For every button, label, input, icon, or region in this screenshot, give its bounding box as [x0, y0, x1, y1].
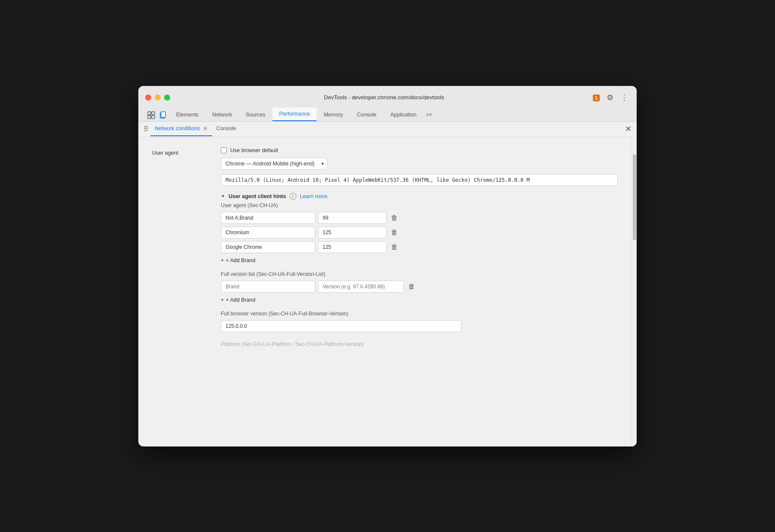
scrollbar-thumb[interactable]	[633, 154, 636, 240]
inspect-icon[interactable]	[145, 109, 157, 121]
info-icon[interactable]: i	[290, 193, 296, 200]
ua-preset-select[interactable]: Chrome — Android Mobile (high-end)	[221, 158, 327, 170]
minimize-button[interactable]	[155, 95, 161, 101]
brand-version-input-2[interactable]	[318, 241, 387, 253]
drawer-tab-console[interactable]: Console	[212, 122, 241, 136]
brand-row-1: 🗑	[221, 226, 618, 238]
svg-rect-2	[148, 116, 151, 119]
user-agent-label: User agent	[152, 147, 221, 156]
maximize-button[interactable]	[164, 95, 170, 101]
full-version-list-label: Full version list (Sec-CH-UA-Full-Versio…	[221, 271, 618, 277]
user-agent-fields: Use browser default Chrome — Android Mob…	[221, 147, 618, 347]
brand-version-input-0[interactable]	[318, 212, 387, 224]
badge-notification[interactable]: 1	[591, 92, 601, 103]
full-version-brand-row: 🗑	[221, 281, 618, 293]
sec-ch-ua-label: User agent (Sec-CH-UA)	[221, 202, 618, 208]
drawer-menu-icon[interactable]: ⠿	[142, 122, 150, 137]
full-browser-version-input[interactable]	[221, 320, 461, 332]
ua-preset-wrapper: Chrome — Android Mobile (high-end) ▾	[221, 158, 327, 170]
brand-row-2: 🗑	[221, 241, 618, 253]
tab-application[interactable]: Application	[383, 108, 423, 121]
svg-rect-5	[161, 112, 165, 117]
tab-performance[interactable]: Performance	[272, 107, 317, 121]
drawer-tabs-bar: ⠿ Network conditions ✕ Console ✕	[138, 122, 637, 137]
more-tabs-button[interactable]: >>	[424, 108, 435, 121]
devtools-window: DevTools - developer.chrome.com/docs/dev…	[138, 86, 637, 446]
tab-memory[interactable]: Memory	[317, 108, 350, 121]
full-version-version-input[interactable]	[318, 281, 404, 293]
full-browser-version-label: Full browser version (Sec-CH-UA-Full-Bro…	[221, 311, 618, 317]
brand-version-input-1[interactable]	[318, 226, 387, 238]
client-hints-section: ▼ User agent client hints i Learn more U…	[221, 193, 618, 347]
scrollbar-track	[632, 137, 637, 446]
close-drawer-button[interactable]: ✕	[623, 122, 633, 135]
brand-name-input-2[interactable]	[221, 241, 315, 253]
close-network-conditions-tab[interactable]: ✕	[203, 125, 208, 132]
use-browser-default-label: Use browser default	[230, 147, 278, 153]
tab-network[interactable]: Network	[205, 108, 239, 121]
user-agent-row: User agent Use browser default Chrome — …	[152, 147, 618, 347]
platform-label-partial: Platform (Sec-CH-UA-Platform / Sec-CH-UA…	[221, 337, 618, 347]
main-tabs: Elements Network Sources Performance Mem…	[145, 107, 630, 121]
titlebar: DevTools - developer.chrome.com/docs/dev…	[138, 86, 637, 122]
tab-sources[interactable]: Sources	[239, 108, 272, 121]
content-area: User agent Use browser default Chrome — …	[138, 137, 637, 446]
close-button[interactable]	[145, 95, 151, 101]
delete-full-version-brand-button[interactable]: 🗑	[406, 281, 417, 292]
svg-rect-3	[152, 116, 155, 119]
settings-icon[interactable]: ⚙	[605, 92, 615, 103]
plus-icon: +	[221, 257, 224, 263]
brand-name-input-1[interactable]	[221, 226, 315, 238]
main-panel: User agent Use browser default Chrome — …	[138, 137, 632, 446]
delete-brand-button-1[interactable]: 🗑	[389, 227, 400, 238]
plus-icon-2: +	[221, 297, 224, 303]
learn-more-link[interactable]: Learn more	[300, 193, 327, 199]
window-title: DevTools - developer.chrome.com/docs/dev…	[177, 94, 591, 101]
svg-rect-0	[148, 112, 151, 115]
tab-elements[interactable]: Elements	[169, 108, 205, 121]
delete-brand-button-0[interactable]: 🗑	[389, 212, 400, 223]
tab-console[interactable]: Console	[350, 108, 384, 121]
ua-string-input[interactable]	[221, 174, 618, 186]
brand-name-input-0[interactable]	[221, 212, 315, 224]
use-browser-default-row: Use browser default	[221, 147, 618, 153]
collapse-triangle-icon[interactable]: ▼	[221, 194, 225, 199]
add-brand-button-2[interactable]: + + Add Brand	[221, 295, 255, 305]
toolbar-right: 1 ⚙ ⋮	[591, 92, 630, 103]
drawer-tab-network-conditions[interactable]: Network conditions ✕	[150, 122, 212, 136]
more-options-icon[interactable]: ⋮	[619, 92, 630, 103]
brand-row-0: 🗑	[221, 212, 618, 224]
svg-rect-1	[152, 112, 155, 115]
traffic-lights	[145, 95, 170, 101]
delete-brand-button-2[interactable]: 🗑	[389, 242, 400, 253]
use-browser-default-checkbox[interactable]	[221, 147, 227, 153]
full-version-brand-input[interactable]	[221, 281, 315, 293]
add-brand-button-1[interactable]: + + Add Brand	[221, 256, 255, 265]
client-hints-header: ▼ User agent client hints i Learn more	[221, 193, 618, 200]
device-icon[interactable]	[157, 109, 169, 121]
